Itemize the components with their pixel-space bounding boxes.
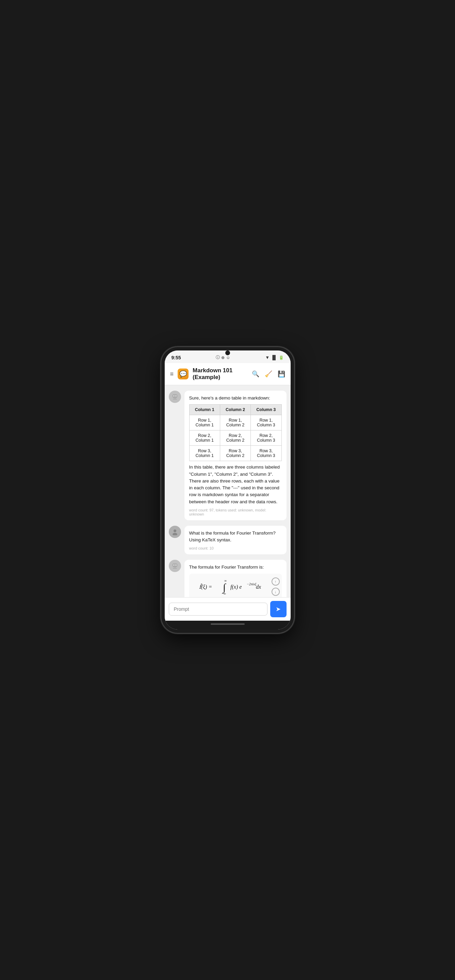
table-cell: Row 2,Column 3 [251,430,282,446]
top-bar-icons: 🔍 🧹 💾 [252,370,285,378]
svg-rect-1 [174,398,175,399]
table-cell: Row 1,Column 2 [220,415,250,430]
svg-point-13 [175,565,176,566]
status-icons-left: ⓘ ⊕ ☺ [216,355,230,360]
svg-point-6 [173,530,176,532]
phone-screen: 9:55 ⓘ ⊕ ☺ ▼ ▐▌ 🔋 ≡ 💬 Markdown 101 (Exam… [165,350,291,630]
search-icon[interactable]: 🔍 [252,370,259,378]
table-row: Row 3,Column 1 Row 3,Column 2 Row 3,Colu… [189,446,282,461]
message-meta-2: word count: 10 [189,546,282,550]
table-cell: Row 1,Column 1 [189,415,220,430]
formula-actions: ↑ ↓ [272,578,280,596]
save-icon[interactable]: 💾 [278,370,285,378]
table-row: Row 2,Column 1 Row 2,Column 2 Row 2,Colu… [189,430,282,446]
svg-rect-11 [173,568,177,569]
table-header-2: Column 2 [220,404,250,415]
svg-rect-0 [173,395,177,398]
body-text-1: In this table, there are three columns l… [189,465,280,504]
svg-text:−2πixξ: −2πixξ [247,582,256,586]
message-block-3: The formula for Fourier Transform is: f̂… [169,560,286,597]
svg-text:∞: ∞ [224,579,227,582]
prompt-input[interactable] [169,603,267,616]
table-header-3: Column 3 [251,404,282,415]
svg-point-12 [173,565,174,566]
svg-rect-10 [175,567,176,568]
face-icon: ☺ [226,355,230,360]
formula-svg: f̂(ξ) = ∫ −∞ ∞ f(x) e −2πixξ dx [196,578,275,595]
app-logo: 💬 [178,369,189,379]
message-intro-1: Sure, here's a demo table in markdown: [189,395,282,401]
intro-text-1: Sure, here's a demo table in markdown: [189,395,270,401]
message-content-3: The formula for Fourier Transform is: f̂… [185,560,286,597]
avatar-assistant-1 [169,391,181,403]
svg-rect-9 [174,567,175,568]
svg-point-5 [175,395,176,396]
menu-icon[interactable]: ≡ [170,371,174,378]
svg-text:−∞: −∞ [221,592,226,595]
status-time: 9:55 [172,355,181,360]
signal-icon: ▐▌ [271,355,277,360]
demo-table: Column 1 Column 2 Column 3 Row 1,Column … [189,404,282,461]
svg-point-4 [173,395,174,396]
logo-emoji: 💬 [179,370,187,378]
svg-text:f̂(ξ) =: f̂(ξ) = [199,583,212,590]
send-button[interactable]: ➤ [270,601,286,617]
avatar-assistant-3 [169,560,181,572]
table-cell: Row 3,Column 3 [251,446,282,461]
table-row: Row 1,Column 1 Row 1,Column 2 Row 1,Colu… [189,415,282,430]
formula-copy-up-button[interactable]: ↑ [272,578,280,585]
message-content-2: What is the formula for Fourier Transfor… [185,526,286,555]
battery-icon: 🔋 [279,355,284,360]
top-bar: ≡ 💬 Markdown 101 (Example) 🔍 🧹 💾 [165,363,291,385]
table-header-1: Column 1 [189,404,220,415]
message-content-1: Sure, here's a demo table in markdown: C… [185,391,286,520]
table-cell: Row 3,Column 2 [220,446,250,461]
home-indicator [211,624,245,625]
table-cell: Row 3,Column 1 [189,446,220,461]
formula-block: f̂(ξ) = ∫ −∞ ∞ f(x) e −2πixξ dx [189,574,282,598]
svg-point-7 [173,533,177,535]
svg-rect-3 [173,399,177,399]
message-meta-1: word count: 97, tokens used: unknown, mo… [189,508,282,516]
send-icon: ➤ [276,605,281,613]
camera [225,350,230,355]
status-icons-right: ▼ ▐▌ 🔋 [265,355,283,360]
message-body-1: In this table, there are three columns l… [189,464,282,505]
message-block-1: Sure, here's a demo table in markdown: C… [169,391,286,520]
chat-area: Sure, here's a demo table in markdown: C… [165,385,291,597]
prompt-area: ➤ [165,597,291,620]
table-cell: Row 1,Column 3 [251,415,282,430]
location-icon: ⊕ [221,355,224,360]
info-icon: ⓘ [216,355,220,360]
message-intro-3: The formula for Fourier Transform is: [189,564,282,571]
svg-rect-8 [173,563,177,567]
svg-text:f(x) e: f(x) e [231,584,242,590]
svg-text:dx: dx [256,584,261,590]
bottom-bar [165,620,291,630]
avatar-user-2 [169,526,181,538]
message-block-2: What is the formula for Fourier Transfor… [169,526,286,555]
app-title: Markdown 101 (Example) [192,367,247,381]
wifi-icon: ▼ [265,355,269,360]
phone-frame: 9:55 ⓘ ⊕ ☺ ▼ ▐▌ 🔋 ≡ 💬 Markdown 101 (Exam… [161,347,294,633]
brush-icon[interactable]: 🧹 [265,370,272,378]
message-text-2: What is the formula for Fourier Transfor… [189,530,282,544]
svg-rect-2 [175,398,176,399]
table-cell: Row 2,Column 2 [220,430,250,446]
formula-copy-down-button[interactable]: ↓ [272,588,280,596]
table-cell: Row 2,Column 1 [189,430,220,446]
